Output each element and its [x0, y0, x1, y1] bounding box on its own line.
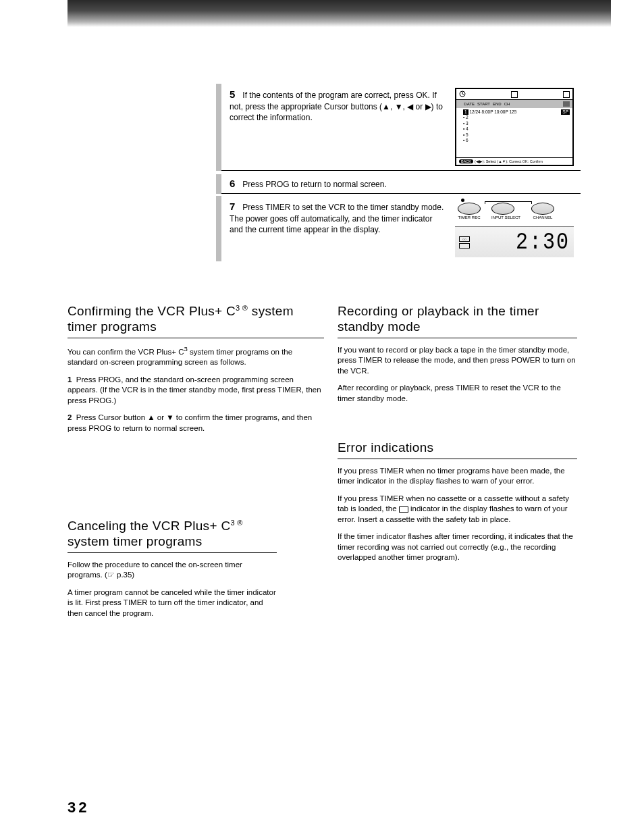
save-icon [563, 91, 570, 98]
page-number: 32 [68, 799, 89, 816]
step-5-number: 5 [230, 88, 240, 101]
cancel-p2: A timer program cannot be canceled while… [68, 588, 277, 619]
osd-program-list: 1 12/24 8:00P 10:00P 125 SP 2 3 4 5 6 [456, 108, 572, 144]
step-5-body: If the contents of the program are corre… [230, 90, 443, 122]
section-cancel: Canceling the VCR Plus+ C3 ® system time… [68, 519, 277, 626]
step-6-body: Press PROG to return to normal screen. [242, 180, 386, 189]
header-gradient-bar [68, 0, 611, 27]
step-5-row: 5 If the contents of the program are cor… [216, 84, 581, 171]
step-7-text: 7 Press TIMER to set the VCR to the time… [230, 200, 446, 257]
vcr-front-panel: TIMER REC INPUT SELECT CHANNEL ○○ 2:30 [455, 200, 574, 257]
errors-p3: If the timer indicator flashes after tim… [338, 531, 577, 563]
confirm-step1: 1 Press PROG, and the standard on-screen… [68, 375, 324, 407]
section-recplay-title: Recording or playback in the timer stand… [338, 304, 577, 338]
recplay-p1: If you want to record or play back a tap… [338, 345, 577, 377]
cassette-reel-icon: ○○ [459, 236, 470, 242]
errors-p1: If you press TIMER when no timer program… [338, 466, 577, 487]
step-6-row: 6 Press PROG to return to normal screen. [216, 174, 581, 194]
confirm-step2: 2 Press Cursor button ▲ or ▼ to confirm … [68, 413, 324, 434]
timer-rec-button-icon [458, 203, 481, 215]
step-7-row: 7 Press TIMER to set the VCR to the time… [216, 196, 581, 261]
step-6-text: 6 Press PROG to return to normal screen. [230, 177, 574, 190]
step-7-number: 7 [230, 200, 240, 213]
confirm-intro: You can confirm the VCR Plus+ C3 system … [68, 345, 324, 368]
step-7-body: Press TIMER to set the VCR to the timer … [230, 203, 444, 234]
osd-row-highlight: 1 [463, 109, 468, 115]
cassette-body-icon [459, 243, 470, 249]
channel-button-icon [531, 203, 554, 215]
errors-p2: If you press TIMER when no cassette or a… [338, 494, 577, 525]
osd-footer: BACK (◀▶): Select (▲▼): Correct OK: Conf… [456, 157, 572, 163]
step-5-text: 5 If the contents of the program are cor… [230, 88, 446, 166]
cassette-inline-icon [399, 506, 408, 513]
section-confirm: Confirming the VCR Plus+ C3 ® system tim… [68, 304, 324, 440]
calendar-icon [511, 91, 518, 98]
osd-screen-step5: 0 DATE START END CH 1 12/24 8:00P 10:00P… [455, 88, 574, 166]
vcr-display: ○○ 2:30 [455, 226, 574, 257]
scrollbar-icon [563, 101, 570, 107]
osd-col-headers: 0 DATE START END CH [456, 100, 572, 108]
section-errors-title: Error indications [338, 440, 577, 459]
section-recplay: Recording or playback in the timer stand… [338, 304, 577, 411]
vcr-clock-readout: 2:30 [516, 229, 570, 255]
section-errors: Error indications If you press TIMER whe… [338, 440, 577, 570]
section-cancel-title: Canceling the VCR Plus+ C3 ® system time… [68, 519, 277, 553]
cancel-p1: Follow the procedure to cancel the on-sc… [68, 560, 277, 581]
step-6-number: 6 [230, 177, 240, 190]
section-confirm-title: Confirming the VCR Plus+ C3 ® system tim… [68, 304, 324, 338]
clock-icon [459, 90, 466, 98]
recplay-p2: After recording or playback, press TIMER… [338, 383, 577, 404]
input-select-button-icon [491, 203, 514, 215]
